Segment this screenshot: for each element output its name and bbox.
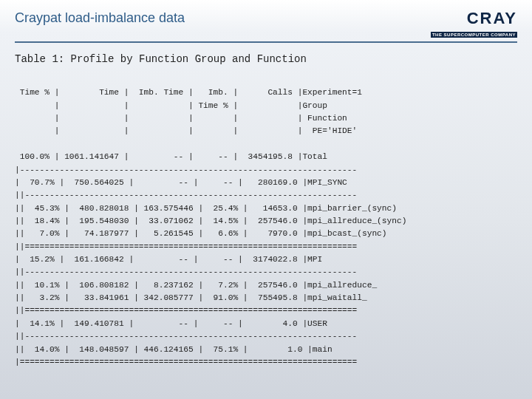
table-row: || 3.2% | 33.841961 | 342.085777 | 91.0%… bbox=[15, 293, 367, 302]
table-row: || 45.3% | 480.828018 | 163.575446 | 25.… bbox=[15, 204, 397, 213]
divider-line: |=======================================… bbox=[15, 358, 357, 366]
table-row: 100.0% | 1061.141647 | -- | -- | 3454195… bbox=[15, 152, 327, 161]
cray-logo: CRAY THE SUPERCOMPUTER COMPANY bbox=[431, 10, 517, 38]
logo-text: CRAY bbox=[431, 10, 517, 27]
header-divider bbox=[15, 41, 517, 43]
divider-line: ||======================================… bbox=[15, 242, 357, 251]
slide: Craypat load-imbalance data CRAY THE SUP… bbox=[0, 0, 532, 399]
divider-line: ||--------------------------------------… bbox=[15, 191, 357, 200]
header-line: | | | | | Function bbox=[15, 114, 347, 123]
table-row: || 18.4% | 195.548030 | 33.071062 | 14.5… bbox=[15, 216, 406, 225]
table-row: | 70.7% | 750.564025 | -- | -- | 280169.… bbox=[15, 178, 347, 187]
divider-line: ||--------------------------------------… bbox=[15, 267, 357, 276]
table-row: || 14.0% | 148.048597 | 446.124165 | 75.… bbox=[15, 345, 332, 354]
table-row: | 15.2% | 161.166842 | -- | -- | 3174022… bbox=[15, 255, 322, 264]
table-row: || 7.0% | 74.187977 | 5.261545 | 6.6% | … bbox=[15, 229, 387, 238]
divider-line: ||--------------------------------------… bbox=[15, 332, 357, 341]
profile-table: Time % | Time | Imb. Time | Imb. | Calls… bbox=[15, 74, 517, 369]
header: Craypat load-imbalance data CRAY THE SUP… bbox=[15, 10, 517, 38]
header-line: | | | Time % | |Group bbox=[15, 101, 327, 110]
header-line: Time % | Time | Imb. Time | Imb. | Calls… bbox=[15, 88, 362, 97]
table-row: | 14.1% | 149.410781 | -- | -- | 4.0 |US… bbox=[15, 319, 327, 328]
slide-title: Craypat load-imbalance data bbox=[15, 10, 185, 26]
table-row: || 10.1% | 106.808182 | 8.237162 | 7.2% … bbox=[15, 281, 377, 290]
logo-tagline: THE SUPERCOMPUTER COMPANY bbox=[431, 32, 517, 38]
header-line: | | | | | PE='HIDE' bbox=[15, 126, 357, 135]
divider-line: ||======================================… bbox=[15, 306, 357, 315]
table-caption: Table 1: Profile by Function Group and F… bbox=[15, 53, 517, 65]
divider-line: |---------------------------------------… bbox=[15, 166, 357, 174]
